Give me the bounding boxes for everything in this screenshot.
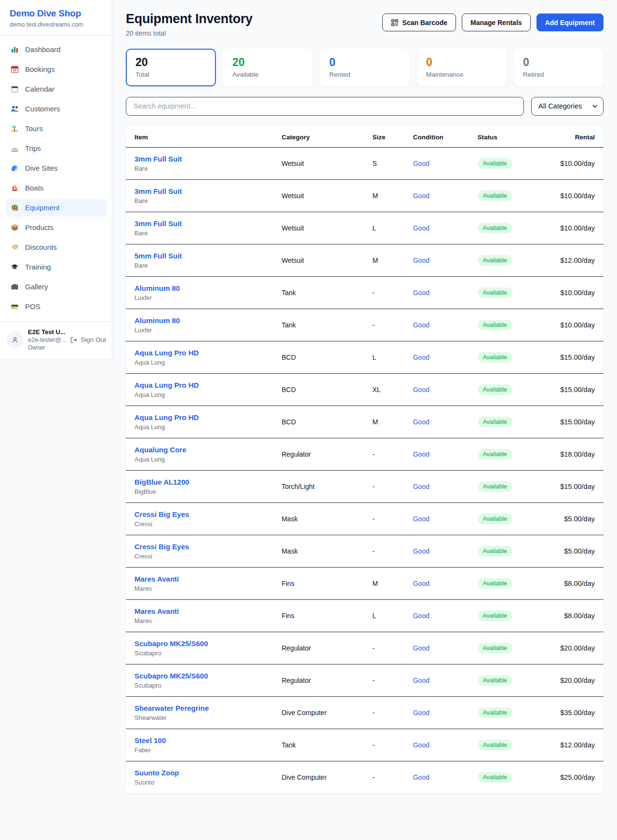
item-name-link[interactable]: 3mm Full Suit: [134, 219, 266, 228]
tag-icon: [11, 243, 19, 251]
user-info: E2E Test U... e2e-tester@... Owner: [28, 328, 65, 351]
item-size: L: [364, 599, 405, 632]
category-select-value: All Categories: [538, 102, 582, 110]
rental-price: $10.00/day: [541, 212, 604, 244]
condition-link[interactable]: Good: [413, 773, 429, 781]
stat-card-rented[interactable]: 0 Rented: [320, 49, 410, 86]
col-category: Category: [274, 126, 364, 148]
rental-price: $10.00/day: [541, 179, 604, 212]
item-category: Mask: [274, 502, 364, 535]
stat-card-maintenance[interactable]: 0 Maintenance: [416, 49, 507, 86]
svg-text:17: 17: [13, 68, 17, 72]
status-badge: Available: [478, 643, 513, 653]
condition-link[interactable]: Good: [413, 160, 429, 167]
condition-link[interactable]: Good: [413, 386, 429, 393]
sidebar-item-label: Tours: [25, 124, 43, 133]
item-name-link[interactable]: Aqualung Core: [134, 446, 266, 454]
add-equipment-button[interactable]: Add Equipment: [537, 14, 604, 31]
sidebar-item-discounts[interactable]: Discounts: [6, 238, 106, 256]
item-name-link[interactable]: Aqua Lung Pro HD: [134, 349, 266, 357]
category-select[interactable]: All Categories: [531, 97, 604, 116]
condition-link[interactable]: Good: [413, 353, 429, 361]
brand-name[interactable]: Demo Dive Shop: [10, 8, 102, 19]
item-size: M: [364, 406, 405, 438]
item-name-link[interactable]: Mares Avanti: [134, 607, 266, 615]
sidebar-item-trips[interactable]: Trips: [6, 139, 106, 157]
item-category: Regulator: [274, 632, 364, 664]
table-row: Scubapro MK25/S600 Scubapro Regulator - …: [126, 632, 604, 664]
item-name-link[interactable]: Scubapro MK25/S600: [134, 672, 266, 680]
condition-link[interactable]: Good: [413, 709, 429, 717]
sidebar-item-gallery[interactable]: Gallery: [6, 278, 106, 296]
item-name-link[interactable]: Scubapro MK25/S600: [134, 639, 266, 648]
item-brand: Bare: [134, 197, 266, 204]
sidebar-item-training[interactable]: Training: [6, 258, 106, 276]
search-input[interactable]: [126, 97, 524, 116]
condition-link[interactable]: Good: [413, 289, 429, 297]
item-size: -: [364, 632, 405, 664]
condition-link[interactable]: Good: [413, 644, 429, 652]
sidebar-item-equipment[interactable]: Equipment: [6, 199, 106, 217]
sidebar-item-label: Training: [25, 263, 51, 271]
bar-chart-icon: [11, 45, 19, 54]
item-name-link[interactable]: Cressi Big Eyes: [134, 510, 266, 518]
item-name-link[interactable]: 3mm Full Suit: [134, 155, 266, 163]
sidebar-item-dashboard[interactable]: Dashboard: [6, 41, 106, 58]
item-name-link[interactable]: Aqua Lung Pro HD: [134, 413, 266, 421]
item-category: Tank: [274, 276, 364, 309]
condition-link[interactable]: Good: [413, 224, 429, 232]
condition-link[interactable]: Good: [413, 321, 429, 329]
equipment-table-body: 3mm Full Suit Bare Wetsuit S Good Availa…: [126, 147, 604, 793]
condition-link[interactable]: Good: [413, 450, 429, 458]
item-name-link[interactable]: BigBlue AL1200: [134, 478, 266, 486]
condition-link[interactable]: Good: [413, 192, 429, 200]
condition-link[interactable]: Good: [413, 257, 429, 264]
sign-out-button[interactable]: Sign Out: [70, 336, 106, 344]
item-size: XL: [364, 373, 405, 406]
condition-link[interactable]: Good: [413, 741, 429, 749]
sidebar-item-label: Bookings: [25, 65, 55, 73]
manage-rentals-button[interactable]: Manage Rentals: [462, 14, 531, 31]
table-row: Suunto Zoop Suunto Dive Computer - Good …: [126, 761, 604, 793]
item-category: BCD: [274, 406, 364, 438]
scan-barcode-button[interactable]: Scan Barcode: [382, 14, 456, 31]
header-actions: Scan Barcode Manage Rentals Add Equipmen…: [382, 12, 604, 31]
condition-link[interactable]: Good: [413, 677, 429, 684]
sidebar-item-calendar[interactable]: Calendar: [6, 80, 106, 98]
page-title: Equipment Inventory: [126, 12, 253, 27]
item-name-link[interactable]: Aluminum 80: [134, 316, 266, 325]
sidebar-item-products[interactable]: Products: [6, 218, 106, 236]
status-badge: Available: [478, 514, 513, 524]
item-name-link[interactable]: Shearwater Peregrine: [134, 704, 266, 712]
stat-card-available[interactable]: 20 Available: [223, 49, 313, 86]
item-name-link[interactable]: 3mm Full Suit: [134, 187, 266, 195]
condition-link[interactable]: Good: [413, 483, 429, 490]
item-name-link[interactable]: 5mm Full Suit: [134, 252, 266, 260]
sidebar-item-bookings[interactable]: 17 Bookings: [6, 60, 106, 78]
stat-card-retired[interactable]: 0 Retired: [513, 49, 604, 86]
condition-link[interactable]: Good: [413, 612, 429, 620]
item-brand: Luxfer: [134, 294, 266, 301]
condition-link[interactable]: Good: [413, 418, 429, 426]
item-name-link[interactable]: Steel 100: [134, 736, 266, 745]
item-name-link[interactable]: Aqua Lung Pro HD: [134, 381, 266, 389]
status-badge: Available: [478, 546, 513, 556]
stat-card-total[interactable]: 20 Total: [126, 49, 216, 86]
item-name-link[interactable]: Suunto Zoop: [134, 769, 266, 777]
item-name-link[interactable]: Aluminum 80: [134, 284, 266, 292]
condition-link[interactable]: Good: [413, 547, 429, 555]
status-badge: Available: [478, 287, 513, 298]
item-name-link[interactable]: Mares Avanti: [134, 575, 266, 583]
sidebar-item-boats[interactable]: Boats: [6, 179, 106, 197]
sidebar-item-pos[interactable]: POS: [6, 298, 106, 315]
sidebar-item-label: Trips: [25, 144, 41, 152]
sidebar-item-customers[interactable]: Customers: [6, 100, 106, 118]
condition-link[interactable]: Good: [413, 580, 429, 587]
table-row: Aluminum 80 Luxfer Tank - Good Available…: [126, 276, 604, 309]
condition-link[interactable]: Good: [413, 515, 429, 523]
rental-price: $5.00/day: [541, 502, 604, 535]
sidebar-item-tours[interactable]: Tours: [6, 120, 106, 137]
sidebar-item-dive-sites[interactable]: Dive Sites: [6, 159, 106, 177]
item-name-link[interactable]: Cressi Big Eyes: [134, 542, 266, 551]
item-category: Wetsuit: [274, 179, 364, 212]
